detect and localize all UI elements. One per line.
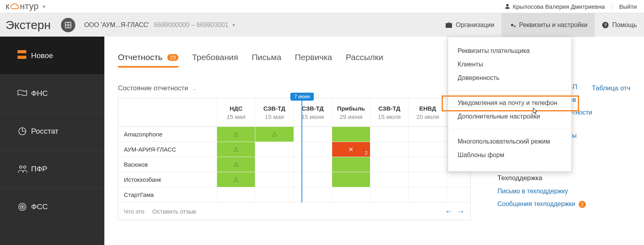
org-id: 6699000000 – 669903001 bbox=[154, 21, 229, 29]
tab-letters[interactable]: Письма bbox=[252, 52, 281, 68]
cell[interactable] bbox=[332, 157, 370, 172]
cell[interactable] bbox=[408, 187, 446, 202]
support-msgs-link[interactable]: Сообщения техподдержки 2 bbox=[497, 200, 601, 208]
cell[interactable] bbox=[255, 157, 293, 172]
user-icon bbox=[505, 4, 510, 9]
dd-item-payer[interactable]: Реквизиты плательщика bbox=[448, 44, 572, 58]
cell[interactable] bbox=[408, 127, 446, 142]
right-link[interactable]: ты bbox=[569, 132, 601, 139]
cell[interactable] bbox=[255, 142, 293, 157]
tab-primary[interactable]: Первичка bbox=[295, 52, 332, 68]
tab-mailings[interactable]: Рассылки bbox=[346, 52, 383, 68]
cell[interactable] bbox=[370, 172, 408, 187]
cloud-icon bbox=[10, 3, 19, 10]
cell[interactable] bbox=[294, 157, 332, 172]
cell[interactable] bbox=[370, 142, 408, 157]
cell[interactable]: ⚠ bbox=[217, 157, 255, 172]
sidebar-item-label: ПФР bbox=[31, 165, 47, 173]
svg-point-7 bbox=[23, 166, 26, 168]
footer-feedback-link[interactable]: Оставить отзыв bbox=[153, 208, 196, 215]
help-label: Помощь bbox=[612, 21, 637, 29]
cell[interactable] bbox=[217, 187, 255, 202]
cell[interactable]: ✕2 bbox=[332, 142, 370, 157]
dd-item-multiuser[interactable]: Многопользовательский режим bbox=[448, 135, 572, 148]
warning-icon: ⚠ bbox=[233, 176, 239, 183]
orgs-button[interactable]: Организации bbox=[438, 13, 501, 37]
dd-item-templates[interactable]: Шаблоны форм bbox=[448, 148, 572, 162]
cell[interactable] bbox=[370, 187, 408, 202]
cell[interactable] bbox=[255, 172, 293, 187]
app-title: Экстерн bbox=[6, 18, 51, 32]
cell[interactable] bbox=[294, 127, 332, 142]
footer-what-link[interactable]: Что это bbox=[124, 208, 145, 215]
dd-item-poa[interactable]: Доверенность bbox=[448, 71, 572, 85]
cell[interactable]: ⚠ bbox=[217, 142, 255, 157]
help-button[interactable]: ? Помощь bbox=[595, 13, 644, 37]
cell[interactable]: ⚠ bbox=[217, 127, 255, 142]
cell[interactable] bbox=[294, 142, 332, 157]
people-icon bbox=[18, 165, 31, 173]
table-row[interactable]: Васюков ⚠ bbox=[118, 157, 470, 172]
sidebar-item-label: Росстат bbox=[31, 127, 59, 136]
row-name: Истокхозбанк bbox=[118, 172, 217, 187]
cell[interactable]: ⚠ bbox=[217, 172, 255, 187]
tab-reporting[interactable]: Отчетность 23 bbox=[118, 52, 178, 68]
table-row[interactable]: Истокхозбанк ⚠ bbox=[118, 172, 470, 187]
th-col: СЗВ-ТД15 июля bbox=[370, 98, 408, 127]
badge: 23 bbox=[167, 54, 178, 61]
th-col: Прибыль29 июня bbox=[332, 98, 370, 127]
brand-post: нтур bbox=[20, 1, 39, 12]
cell[interactable] bbox=[370, 157, 408, 172]
help-icon: ? bbox=[602, 21, 609, 29]
new-icon bbox=[18, 50, 31, 61]
cell[interactable] bbox=[332, 187, 370, 202]
sidebar-item-label: ФСС bbox=[31, 202, 48, 211]
cell[interactable]: ⚠ bbox=[255, 127, 293, 142]
cell[interactable] bbox=[294, 187, 332, 202]
dd-item-clients[interactable]: Клиенты bbox=[448, 58, 572, 71]
briefcase-icon bbox=[445, 22, 452, 28]
sidebar-item-fss[interactable]: ФСС bbox=[0, 188, 104, 226]
th-col: НДС15 мая bbox=[217, 98, 255, 127]
sidebar-item-fns[interactable]: ФНС bbox=[0, 74, 104, 112]
cell[interactable] bbox=[294, 172, 332, 187]
logout-link[interactable]: Выйти bbox=[619, 3, 637, 10]
grid-button[interactable] bbox=[61, 18, 75, 32]
cell[interactable] bbox=[255, 187, 293, 202]
reporting-table: 7 июня НДС15 мая СЗВ-ТД15 мая СЗВ-ТД15 и… bbox=[118, 98, 471, 220]
th-col: СЗВ-ТД15 июня bbox=[294, 98, 332, 127]
right-link[interactable]: 4П bbox=[569, 84, 601, 91]
org-name[interactable]: ООО 'АУМ...Я-ГЛАСС' bbox=[84, 21, 149, 29]
table-row[interactable]: АУМ-АРИЯ-ГЛАСС ⚠ ✕2 bbox=[118, 142, 470, 157]
sidebar-item-pfr[interactable]: ПФР bbox=[0, 150, 104, 188]
sidebar-item-rosstat[interactable]: Росстат bbox=[0, 112, 104, 150]
dd-item-notifications[interactable]: Уведомления на почту и телефон bbox=[448, 96, 572, 110]
cell[interactable] bbox=[408, 157, 446, 172]
separator: | bbox=[611, 3, 613, 10]
table-row[interactable]: Amazonphone ⚠ ⚠ bbox=[118, 127, 470, 142]
support-msgs-label: Сообщения техподдержки bbox=[497, 200, 575, 207]
cell[interactable] bbox=[332, 172, 370, 187]
table-row[interactable]: СтартГама bbox=[118, 187, 470, 202]
brand-logo[interactable]: к нтур ▾ bbox=[6, 1, 46, 12]
chevron-down-icon: ▾ bbox=[43, 4, 45, 10]
warning-icon: ⚠ bbox=[233, 130, 239, 138]
tab-demands[interactable]: Требования bbox=[192, 52, 238, 68]
sidebar-item-new[interactable]: Новое bbox=[0, 37, 104, 74]
next-arrow[interactable]: → bbox=[457, 207, 465, 216]
dd-item-additional[interactable]: Дополнительные настройки bbox=[448, 110, 572, 123]
warning-icon: ⚠ bbox=[272, 130, 277, 138]
user-name[interactable]: Крылосова Валерия Дмитриевна bbox=[513, 3, 605, 10]
cell[interactable] bbox=[370, 127, 408, 142]
prev-arrow[interactable]: ← bbox=[445, 207, 453, 216]
cell[interactable] bbox=[332, 127, 370, 142]
cell[interactable] bbox=[408, 142, 446, 157]
right-link[interactable]: ов bbox=[569, 96, 601, 103]
brand-pre: к bbox=[6, 1, 10, 12]
settings-button[interactable]: Реквизиты и настройки bbox=[501, 13, 595, 37]
state-dropdown[interactable]: Состояние отчетности ⌄ bbox=[118, 84, 196, 92]
right-link[interactable]: етности bbox=[569, 109, 601, 116]
cell[interactable] bbox=[408, 172, 446, 187]
chevron-down-icon[interactable]: ▼ bbox=[232, 23, 236, 27]
support-letter-link[interactable]: Письмо в техподдержку bbox=[497, 188, 601, 195]
